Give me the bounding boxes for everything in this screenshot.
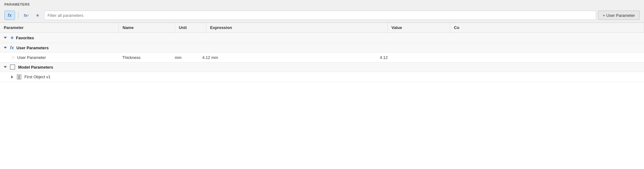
user-param-star-icon: ☆ bbox=[11, 55, 15, 60]
parameters-panel: PARAMETERS fx fx 2 ★ + User Parameter Pa… bbox=[0, 0, 644, 169]
favorites-label: Favorites bbox=[16, 36, 34, 40]
fx-icon: fx bbox=[8, 13, 12, 18]
toolbar-divider bbox=[18, 12, 18, 19]
param-name-cell: Thickness bbox=[122, 55, 175, 60]
favorites-star-icon: ★ bbox=[10, 35, 14, 41]
group-model-parameters[interactable]: Model Parameters bbox=[0, 62, 644, 72]
table-row: ☆ User Parameter Thickness mm 4.12 mm 4.… bbox=[0, 53, 644, 62]
group-user-parameters[interactable]: fx User Parameters bbox=[0, 43, 644, 53]
param-parameter-cell: ☆ User Parameter bbox=[11, 55, 122, 60]
group-favorites[interactable]: ★ Favorites bbox=[0, 33, 644, 43]
model-params-label: Model Parameters bbox=[18, 65, 53, 70]
fx2-icon: fx bbox=[24, 13, 28, 18]
header-expression: Expression bbox=[206, 23, 388, 32]
header-comment: Co bbox=[450, 23, 644, 32]
toolbar: fx fx 2 ★ + User Parameter bbox=[0, 8, 644, 22]
param-unit-cell: mm bbox=[175, 55, 202, 60]
table-body: ★ Favorites fx User Parameters ☆ User Pa… bbox=[0, 33, 644, 82]
param-expression-cell: 4.12 mm bbox=[202, 55, 380, 60]
add-user-parameter-button[interactable]: + User Parameter bbox=[598, 11, 640, 20]
filter-input[interactable] bbox=[44, 11, 596, 20]
fx2-button[interactable]: fx 2 bbox=[22, 11, 31, 20]
user-params-label: User Parameters bbox=[16, 46, 48, 50]
first-object-cell: First Object v1 bbox=[11, 74, 122, 80]
first-object-name: First Object v1 bbox=[24, 75, 51, 79]
first-object-collapse-icon[interactable] bbox=[11, 75, 13, 79]
param-value-cell: 4.12 bbox=[380, 55, 439, 60]
header-value: Value bbox=[388, 23, 450, 32]
table-header: Parameter Name Unit Expression Value Co bbox=[0, 23, 644, 33]
favorites-button[interactable]: ★ bbox=[33, 11, 42, 20]
favorites-collapse-icon bbox=[4, 37, 7, 39]
model-params-collapse-icon bbox=[4, 66, 7, 68]
header-parameter: Parameter bbox=[0, 23, 119, 32]
fx-button[interactable]: fx bbox=[4, 11, 15, 20]
document-icon bbox=[17, 74, 21, 80]
header-unit: Unit bbox=[175, 23, 206, 32]
star-icon: ★ bbox=[36, 13, 40, 18]
header-name: Name bbox=[119, 23, 175, 32]
parameters-table: Parameter Name Unit Expression Value Co … bbox=[0, 22, 644, 169]
user-params-fx-icon: fx bbox=[10, 45, 14, 50]
panel-title: PARAMETERS bbox=[0, 0, 644, 8]
model-params-square-icon bbox=[10, 65, 15, 70]
param-parameter-name: User Parameter bbox=[17, 55, 46, 60]
user-params-collapse-icon bbox=[4, 47, 7, 49]
table-row: First Object v1 bbox=[0, 72, 644, 82]
